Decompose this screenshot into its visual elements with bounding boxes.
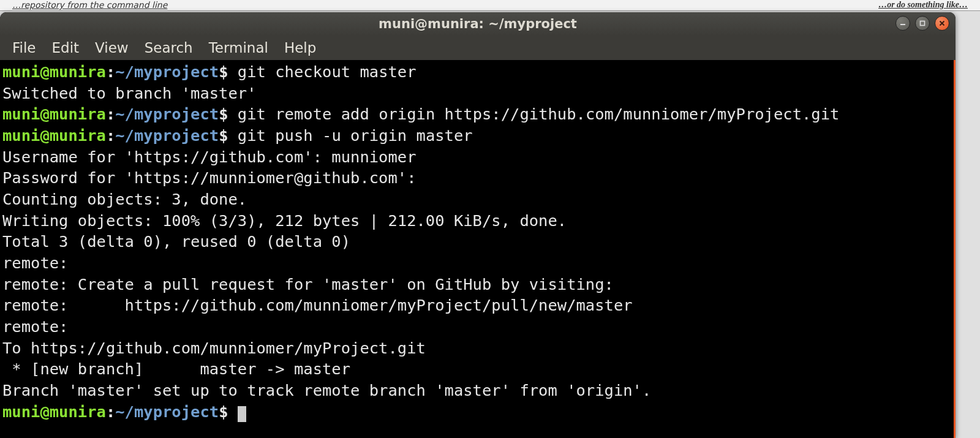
- menu-search[interactable]: Search: [137, 37, 200, 58]
- prompt-user: muni@munira: [2, 402, 106, 421]
- prompt-user: muni@munira: [2, 126, 106, 145]
- output-line: Branch 'master' set up to track remote b…: [2, 381, 651, 399]
- prompt-colon: :: [106, 105, 115, 123]
- background-window-fragment: …repository from the command line …or do…: [0, 0, 980, 11]
- menu-edit[interactable]: Edit: [45, 37, 87, 58]
- prompt-user: muni@munira: [2, 62, 106, 81]
- prompt-dollar: $: [219, 402, 228, 421]
- prompt-dollar: $: [219, 62, 228, 81]
- minimize-icon: [899, 20, 907, 27]
- svg-rect-1: [921, 21, 925, 26]
- terminal-window: muni@munira: ~/myproject File Edit View …: [0, 12, 956, 438]
- output-line: Switched to branch 'master': [2, 84, 257, 102]
- output-line: * [new branch] master -> master: [2, 360, 350, 378]
- prompt-user: muni@munira: [2, 105, 106, 123]
- prompt-path: ~/myproject: [115, 62, 219, 81]
- menu-terminal[interactable]: Terminal: [202, 37, 276, 58]
- output-line: remote:: [2, 254, 78, 272]
- prompt-path: ~/myproject: [115, 126, 219, 145]
- maximize-icon: [919, 20, 926, 27]
- output-line: To https://github.com/munniomer/myProjec…: [2, 339, 426, 357]
- output-line: remote: Create a pull request for 'maste…: [2, 275, 614, 293]
- terminal-body[interactable]: muni@munira:~/myproject$ git checkout ma…: [0, 60, 956, 438]
- output-line: Counting objects: 3, done.: [2, 190, 247, 208]
- menu-help[interactable]: Help: [277, 37, 323, 58]
- output-line: Writing objects: 100% (3/3), 212 bytes |…: [2, 211, 567, 230]
- output-line: remote: https://github.com/munniomer/myP…: [2, 296, 633, 314]
- prompt-path: ~/myproject: [115, 105, 219, 123]
- prompt-dollar: $: [219, 105, 228, 123]
- prompt-colon: :: [106, 62, 115, 81]
- output-line: Password for 'https://munniomer@github.c…: [2, 168, 417, 187]
- output-line: remote:: [2, 317, 78, 336]
- window-controls: [895, 16, 949, 31]
- menubar: File Edit View Search Terminal Help: [0, 36, 956, 60]
- minimize-button[interactable]: [895, 16, 910, 31]
- prompt-dollar: $: [219, 126, 228, 145]
- menu-file[interactable]: File: [5, 37, 43, 58]
- command-2: git remote add origin https://github.com…: [238, 105, 840, 123]
- prompt-colon: :: [106, 126, 115, 145]
- close-button[interactable]: [935, 16, 949, 31]
- bg-right-text: …or do something like…: [878, 0, 968, 10]
- command-3: git push -u origin master: [238, 126, 473, 145]
- output-line: Username for 'https://github.com': munni…: [2, 148, 417, 166]
- command-1: git checkout master: [238, 62, 417, 81]
- prompt-colon: :: [106, 402, 115, 421]
- maximize-button[interactable]: [915, 16, 930, 31]
- cursor-icon: [238, 406, 246, 422]
- bg-left-text: …repository from the command line: [12, 0, 167, 10]
- prompt-path: ~/myproject: [115, 402, 219, 421]
- titlebar[interactable]: muni@munira: ~/myproject: [0, 12, 956, 36]
- close-icon: [938, 20, 946, 27]
- window-title: muni@munira: ~/myproject: [379, 17, 577, 31]
- menu-view[interactable]: View: [88, 37, 136, 58]
- output-line: Total 3 (delta 0), reused 0 (delta 0): [2, 232, 350, 251]
